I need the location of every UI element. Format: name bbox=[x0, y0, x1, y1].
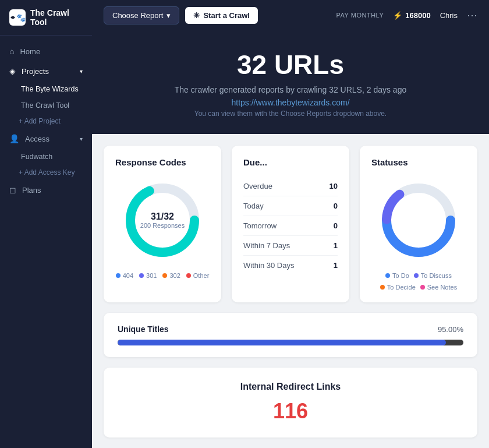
legend-seenotes-label: See Notes bbox=[427, 284, 457, 291]
home-icon: ⌂ bbox=[9, 47, 14, 56]
hero-note: You can view them with the Choose Report… bbox=[104, 110, 477, 118]
due-tomorrow-label: Tomorrow bbox=[243, 221, 277, 230]
legend-404: 404 bbox=[116, 272, 133, 279]
credits-display: ⚡ 168000 bbox=[393, 11, 430, 20]
sidebar-home-label: Home bbox=[20, 47, 40, 56]
due-tomorrow-count: 0 bbox=[334, 221, 338, 230]
response-codes-legend: 404 301 302 Other bbox=[115, 272, 210, 279]
sidebar-item-plans[interactable]: ◻ Plans bbox=[0, 180, 92, 200]
due-7days-label: Within 7 Days bbox=[243, 241, 290, 250]
sidebar-item-access[interactable]: 👤 Access ▾ bbox=[0, 129, 92, 149]
due-today-label: Today bbox=[243, 202, 264, 210]
topbar-right: PAY MONTHLY ⚡ 168000 Chris ⋯ bbox=[336, 9, 477, 22]
sidebar-item-fudwatch[interactable]: Fudwatch bbox=[0, 149, 92, 165]
legend-other-dot bbox=[186, 273, 191, 278]
legend-discuss: To Discuss bbox=[414, 272, 452, 279]
legend-seenotes: See Notes bbox=[420, 284, 457, 291]
due-7days-count: 1 bbox=[334, 241, 338, 250]
response-codes-donut: 31/32 200 Responses bbox=[115, 177, 210, 264]
legend-todo-label: To Do bbox=[392, 272, 409, 279]
due-overdue-count: 10 bbox=[329, 182, 338, 191]
sidebar-crawl-tool-label: The Crawl Tool bbox=[21, 101, 69, 110]
donut-label: 31/32 200 Responses bbox=[140, 211, 185, 229]
internal-redirect-title: Internal Redirect Links bbox=[118, 382, 463, 392]
sidebar-add-project[interactable]: + Add Project bbox=[0, 114, 92, 129]
app-logo-icon: 🐾 bbox=[9, 9, 26, 26]
internal-redirect-card: Internal Redirect Links 116 bbox=[104, 368, 477, 438]
due-today-row: Today 0 bbox=[243, 196, 338, 216]
donut-main-value: 31/32 bbox=[140, 211, 185, 222]
internal-redirect-count: 116 bbox=[118, 399, 463, 424]
credits-icon: ⚡ bbox=[393, 11, 402, 20]
svg-point-0 bbox=[12, 16, 14, 19]
start-crawl-button[interactable]: ✳ Start a Crawl bbox=[185, 7, 257, 24]
sidebar-plans-label: Plans bbox=[22, 186, 41, 195]
due-7days-row: Within 7 Days 1 bbox=[243, 236, 338, 256]
content-area: Response Codes 31/32 200 Responses bbox=[92, 134, 489, 448]
plans-icon: ◻ bbox=[9, 185, 16, 195]
sidebar-fudwatch-label: Fudwatch bbox=[21, 153, 52, 161]
statuses-donut bbox=[371, 177, 466, 264]
add-access-key-label: + Add Access Key bbox=[19, 168, 75, 177]
response-codes-title: Response Codes bbox=[115, 157, 210, 167]
sidebar-projects-label: Projects bbox=[22, 67, 49, 76]
choose-report-chevron-icon: ▾ bbox=[166, 11, 171, 20]
due-today-count: 0 bbox=[334, 202, 338, 210]
hero-link[interactable]: https://www.thebytewizards.com/ bbox=[104, 98, 477, 107]
legend-seenotes-dot bbox=[420, 285, 425, 290]
due-rows: Overdue 10 Today 0 Tomorrow 0 Within 7 D… bbox=[243, 177, 338, 275]
unique-titles-header: Unique Titles 95.00% bbox=[118, 324, 463, 334]
legend-404-label: 404 bbox=[123, 272, 133, 279]
statuses-legend: To Do To Discuss To Decide See Notes bbox=[371, 272, 466, 291]
choose-report-button[interactable]: Choose Report ▾ bbox=[104, 6, 179, 24]
due-card: Due... Overdue 10 Today 0 Tomorrow 0 bbox=[232, 146, 349, 302]
due-30days-count: 1 bbox=[334, 261, 338, 270]
access-icon: 👤 bbox=[9, 134, 19, 143]
legend-todo-dot bbox=[385, 273, 390, 278]
choose-report-label: Choose Report bbox=[112, 11, 163, 20]
sidebar-navigation: ⌂ Home ◈ Projects ▾ The Byte Wizards The… bbox=[0, 36, 92, 448]
sidebar-item-crawl-tool[interactable]: The Crawl Tool bbox=[0, 97, 92, 114]
legend-301-label: 301 bbox=[146, 272, 157, 279]
start-crawl-icon: ✳ bbox=[193, 11, 200, 20]
sidebar-item-projects[interactable]: ◈ Projects ▾ bbox=[0, 61, 92, 81]
user-name: Chris bbox=[440, 11, 458, 20]
start-crawl-label: Start a Crawl bbox=[203, 11, 249, 20]
legend-301: 301 bbox=[139, 272, 157, 279]
sidebar-item-byte-wizards[interactable]: The Byte Wizards bbox=[0, 81, 92, 97]
unique-titles-progress-bg bbox=[118, 340, 463, 345]
unique-titles-pct: 95.00% bbox=[438, 325, 463, 334]
unique-titles-progress-fill bbox=[118, 340, 446, 345]
legend-decide: To Decide bbox=[380, 284, 416, 291]
legend-302-dot bbox=[162, 273, 167, 278]
cards-row: Response Codes 31/32 200 Responses bbox=[104, 146, 477, 302]
sidebar-logo: 🐾 The Crawl Tool bbox=[0, 0, 92, 36]
app-name: The Crawl Tool bbox=[30, 8, 83, 27]
sidebar-item-home[interactable]: ⌂ Home bbox=[0, 41, 92, 61]
hero-urls-count: 32 URLs bbox=[104, 49, 477, 80]
due-tomorrow-row: Tomorrow 0 bbox=[243, 216, 338, 236]
hero-section: 32 URLs The crawler generated reports by… bbox=[92, 30, 489, 134]
more-options-button[interactable]: ⋯ bbox=[467, 9, 477, 22]
hero-subtitle: The crawler generated reports by crawlin… bbox=[104, 85, 477, 94]
legend-302: 302 bbox=[162, 272, 180, 279]
statuses-card: Statuses To Do bbox=[360, 146, 477, 302]
legend-other: Other bbox=[186, 272, 210, 279]
response-codes-card: Response Codes 31/32 200 Responses bbox=[104, 146, 221, 302]
access-chevron-icon: ▾ bbox=[80, 136, 83, 142]
main-area: Choose Report ▾ ✳ Start a Crawl PAY MONT… bbox=[92, 0, 489, 448]
projects-icon: ◈ bbox=[9, 66, 16, 76]
due-title: Due... bbox=[243, 157, 338, 167]
projects-chevron-icon: ▾ bbox=[80, 68, 83, 75]
legend-decide-label: To Decide bbox=[387, 284, 416, 291]
sidebar-add-access-key[interactable]: + Add Access Key bbox=[0, 165, 92, 180]
legend-decide-dot bbox=[380, 285, 385, 290]
sidebar-access-label: Access bbox=[25, 135, 49, 143]
credits-value: 168000 bbox=[405, 11, 430, 20]
sidebar-byte-wizards-label: The Byte Wizards bbox=[21, 85, 79, 93]
legend-discuss-label: To Discuss bbox=[421, 272, 452, 279]
add-project-label: + Add Project bbox=[19, 117, 61, 125]
donut-sub-value: 200 Responses bbox=[140, 222, 185, 229]
statuses-title: Statuses bbox=[371, 157, 466, 167]
legend-302-label: 302 bbox=[169, 272, 180, 279]
